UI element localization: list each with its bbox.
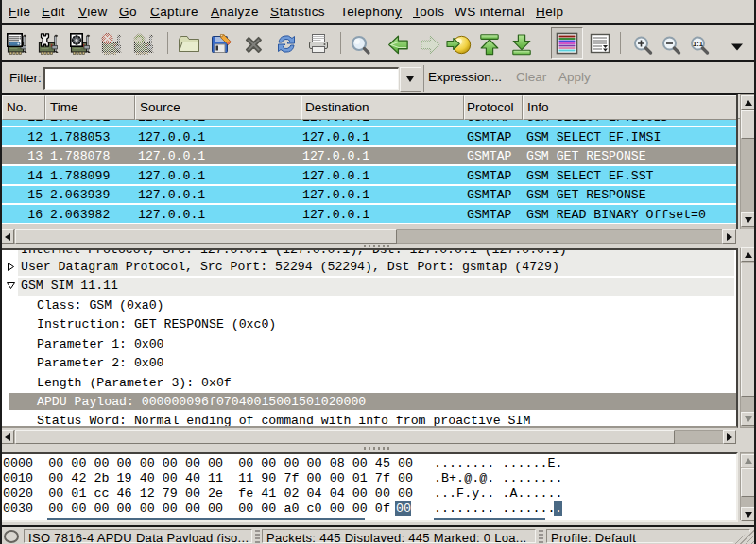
svg-text:1:1: 1:1	[693, 40, 703, 48]
